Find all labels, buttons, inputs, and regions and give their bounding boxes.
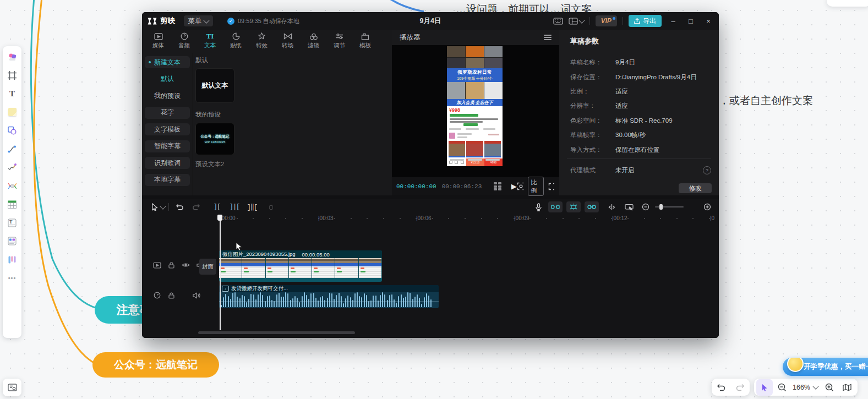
maximize-button[interactable]: □ — [685, 17, 697, 25]
connector-icon[interactable] — [6, 143, 19, 156]
select-tool-chevron-icon[interactable] — [160, 203, 166, 209]
minimize-button[interactable]: – — [667, 17, 679, 25]
pointer-tool-button[interactable] — [756, 379, 773, 396]
timeline-zoom-out-icon[interactable] — [640, 201, 652, 213]
app-logo-icon — [148, 18, 157, 25]
timeline-toolbar: ][ ]|[ ]‖[ ▢ — [142, 199, 719, 215]
aspect-ratio-button[interactable]: 比例 — [528, 177, 544, 196]
tab-filters[interactable]: 滤镜 — [301, 30, 326, 52]
preview-meta-row — [447, 127, 503, 131]
undo-button-timeline[interactable] — [173, 201, 185, 213]
track-type-icon[interactable] — [152, 261, 162, 269]
frame-grid-icon[interactable] — [494, 182, 501, 190]
zoom-out-button[interactable] — [774, 379, 790, 396]
cover-button[interactable]: 封面 — [199, 259, 216, 275]
auto-snap-toggle[interactable] — [566, 201, 581, 212]
redo-button-timeline[interactable] — [190, 201, 202, 213]
split-icon[interactable]: ][ — [211, 201, 223, 213]
tab-audio[interactable]: 音频 — [171, 30, 197, 52]
split-right-icon[interactable]: ]‖[ — [246, 201, 258, 213]
linkage-toggle[interactable] — [585, 201, 599, 212]
default-text-card[interactable]: 默认文本 — [195, 68, 234, 103]
autosave-check-icon: ✓ — [227, 18, 234, 25]
kanban-icon[interactable] — [6, 253, 19, 266]
player-stage[interactable]: 俄罗斯农村日常 109个视频 十分钟/个 加入会员 全店任下 ¥998 — [392, 45, 559, 177]
proxy-help-icon[interactable]: ? — [703, 166, 711, 174]
timeline-zoom-slider[interactable] — [655, 206, 684, 207]
draft-params-panel: 草稿参数 草稿名称：9月4日 保存位置：D:/JianyingPro Draft… — [559, 30, 719, 195]
pen-icon[interactable] — [6, 161, 19, 174]
audio-clip[interactable]: ♪ 发货撤娇开发商可交付... — [219, 285, 439, 308]
more-tools-icon[interactable]: ••• — [6, 271, 19, 285]
templates-icon[interactable] — [6, 50, 19, 63]
subnav-new-text[interactable]: 新建文本 — [145, 56, 190, 68]
subnav-local-captions[interactable]: 本地字幕 — [145, 174, 190, 186]
subnav-fancy-text[interactable]: 花字 — [145, 107, 190, 119]
tab-stickers[interactable]: 贴纸 — [223, 30, 249, 52]
subnav-lyrics-recognition[interactable]: 识别歌词 — [145, 157, 190, 169]
timeline-horizontal-scrollbar[interactable] — [198, 331, 355, 334]
mindmap-icon[interactable] — [6, 179, 19, 193]
subnav-default[interactable]: 默认 — [145, 73, 190, 85]
document-icon[interactable]: T — [6, 216, 19, 229]
shapes-icon[interactable] — [6, 124, 19, 137]
export-label: 导出 — [643, 17, 656, 26]
fullscreen-icon[interactable] — [548, 183, 554, 190]
timeline: ][ ]|[ ]‖[ ▢ — [142, 199, 719, 338]
menu-button[interactable]: 菜单 — [184, 15, 213, 26]
mute-audio-track-icon[interactable] — [191, 291, 201, 299]
text-tool-icon[interactable]: T — [6, 87, 19, 100]
subnav-my-presets[interactable]: 我的预设 — [145, 90, 190, 102]
frame-icon[interactable] — [6, 69, 19, 82]
tab-effects[interactable]: 特效 — [249, 30, 275, 52]
record-voiceover-icon[interactable] — [532, 201, 544, 213]
vip-badge[interactable]: VIP — [596, 15, 617, 26]
time-ruler[interactable]: |00:00 |00:03 |00:06 |00:09 |00:12 |0 — [142, 215, 719, 223]
subnav-smart-captions[interactable]: 智能字幕 — [145, 140, 190, 152]
render-preview-icon[interactable] — [623, 201, 635, 213]
tab-text[interactable]: TI文本 — [197, 30, 223, 52]
mindmap-node-account[interactable]: 公众号：远航笔记 — [92, 352, 219, 378]
undo-button[interactable] — [713, 379, 729, 396]
zoom-chevron-icon[interactable] — [812, 383, 818, 389]
main-track-magnet-toggle[interactable] — [548, 201, 563, 212]
zoom-level[interactable]: 166% — [791, 384, 811, 391]
board-settings-button[interactable] — [3, 379, 21, 396]
preview-axis-icon[interactable] — [605, 201, 618, 213]
preset-text-card[interactable]: 公众号：远航笔记 WP 11830935 — [195, 123, 234, 155]
subnav-text-templates[interactable]: 文字模板 — [145, 123, 190, 135]
redo-button[interactable] — [732, 379, 749, 396]
player-menu-icon[interactable] — [544, 35, 552, 40]
video-clip[interactable]: 微信图片_20230904093055.jpg 00:00:05:00 — [219, 250, 382, 282]
layout-switcher[interactable] — [569, 18, 584, 25]
lock-track-icon[interactable] — [166, 261, 177, 269]
mascot-icon — [787, 358, 804, 372]
preset-card-label: 预设文本2 — [195, 160, 224, 168]
split-left-icon[interactable]: ]|[ — [228, 201, 241, 213]
minimap-button[interactable] — [839, 379, 855, 396]
lock-audio-track-icon[interactable] — [166, 291, 177, 299]
tab-transitions[interactable]: 转场 — [275, 30, 301, 52]
focus-preview-icon[interactable] — [517, 182, 523, 190]
timeline-zoom-in-icon[interactable] — [701, 201, 713, 213]
select-tool-button[interactable] — [149, 201, 161, 213]
tab-adjust[interactable]: 调节 — [326, 30, 352, 52]
slider-handle[interactable] — [659, 204, 663, 210]
hide-track-icon[interactable] — [181, 261, 191, 269]
promo-banner[interactable]: 开学季优惠，买一赠一 — [783, 358, 868, 376]
audio-speed-icon[interactable] — [152, 291, 162, 299]
zoom-in-button[interactable] — [821, 379, 838, 396]
play-button[interactable]: ▶ — [511, 182, 517, 190]
table-icon[interactable] — [6, 198, 19, 211]
modify-button[interactable]: 修改 — [679, 183, 712, 193]
export-button[interactable]: 导出 — [629, 15, 662, 27]
playhead[interactable] — [217, 215, 222, 330]
notes-icon[interactable] — [6, 234, 19, 248]
delete-clip-icon[interactable]: ▢ — [265, 201, 277, 213]
sticky-note-icon[interactable] — [6, 106, 19, 119]
shortcut-keys-icon[interactable] — [553, 18, 563, 25]
tab-media[interactable]: 媒体 — [145, 30, 171, 52]
audio-clip-label: ♪ 发货撤娇开发商可交付... — [219, 285, 439, 292]
tab-templates[interactable]: 模板 — [352, 30, 378, 52]
close-button[interactable]: × — [702, 17, 714, 25]
